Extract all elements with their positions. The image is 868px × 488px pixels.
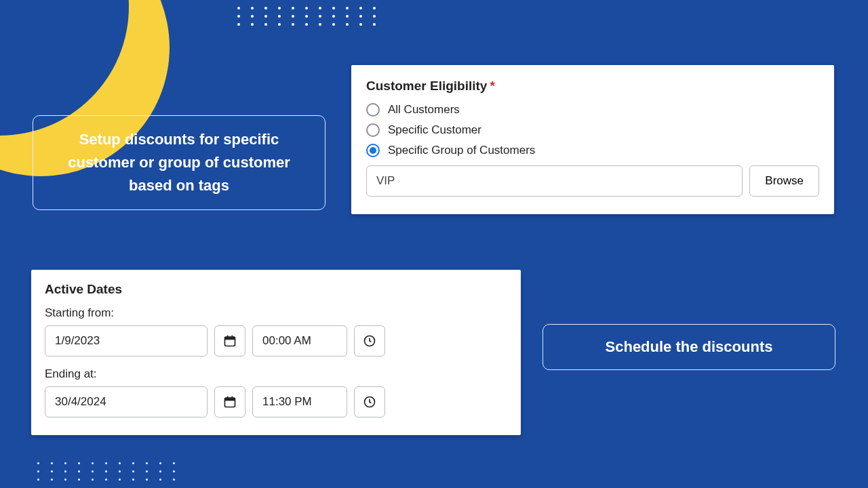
active-dates-card: Active Dates Starting from: 1/9/2023 00:… xyxy=(31,270,521,435)
start-date-label: Starting from: xyxy=(45,306,507,320)
customer-eligibility-card: Customer Eligibility* All Customers Spec… xyxy=(351,65,834,214)
browse-button[interactable]: Browse xyxy=(749,165,819,197)
radio-label: Specific Group of Customers xyxy=(388,144,535,157)
calendar-icon xyxy=(223,334,237,348)
radio-label: All Customers xyxy=(388,103,460,117)
radio-icon xyxy=(366,144,380,157)
clock-icon xyxy=(363,395,376,409)
end-date-label: Ending at: xyxy=(45,367,507,381)
end-time-picker-button[interactable] xyxy=(354,386,385,418)
end-date-picker-button[interactable] xyxy=(214,386,245,418)
start-date-input[interactable]: 1/9/2023 xyxy=(45,325,208,357)
calendar-icon xyxy=(223,395,237,409)
start-date-picker-button[interactable] xyxy=(214,325,245,357)
svg-rect-3 xyxy=(232,336,233,338)
radio-label: Specific Customer xyxy=(388,123,481,137)
decorative-dots-bottom xyxy=(37,462,176,481)
customer-eligibility-heading: Customer Eligibility* xyxy=(366,79,819,94)
start-time-input[interactable]: 00:00 AM xyxy=(252,325,347,357)
decorative-dots-top xyxy=(237,7,376,26)
callout-customer-eligibility: Setup discounts for specific customer or… xyxy=(33,115,326,210)
start-time-picker-button[interactable] xyxy=(354,325,385,357)
radio-specific-group[interactable]: Specific Group of Customers xyxy=(366,144,819,157)
radio-specific-customer[interactable]: Specific Customer xyxy=(366,123,819,137)
callout-schedule: Schedule the discounts xyxy=(542,324,835,370)
svg-rect-8 xyxy=(232,396,233,399)
svg-rect-7 xyxy=(227,396,229,399)
end-time-input[interactable]: 11:30 PM xyxy=(252,386,347,418)
end-date-input[interactable]: 30/4/2024 xyxy=(45,386,208,418)
required-marker: * xyxy=(490,79,494,93)
clock-icon xyxy=(363,334,376,348)
svg-rect-1 xyxy=(225,337,235,340)
active-dates-heading: Active Dates xyxy=(45,282,507,297)
radio-icon xyxy=(366,103,380,117)
radio-icon xyxy=(366,123,380,137)
customer-tag-input[interactable] xyxy=(366,165,743,197)
radio-all-customers[interactable]: All Customers xyxy=(366,103,819,117)
svg-rect-2 xyxy=(227,336,229,338)
svg-rect-6 xyxy=(225,398,235,401)
